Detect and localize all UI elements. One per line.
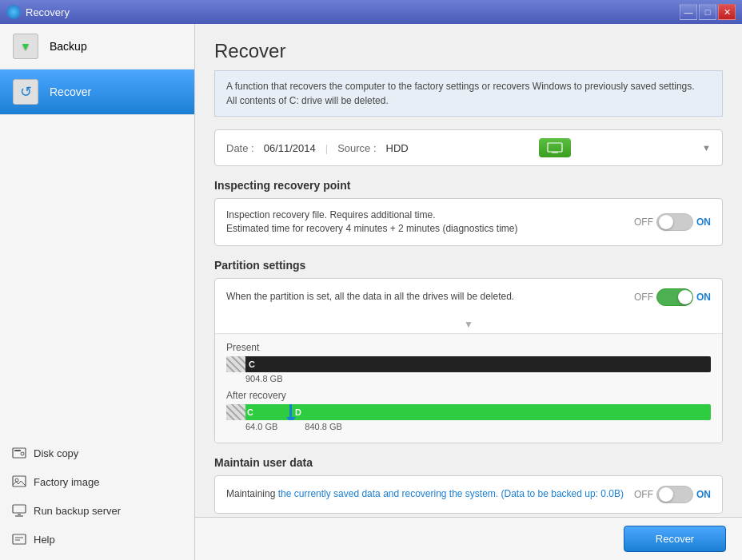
description-box: A function that recovers the computer to… bbox=[214, 70, 723, 117]
sidebar-item-recover[interactable]: ↺ Recover bbox=[0, 70, 194, 115]
help-label: Help bbox=[34, 534, 55, 546]
maintain-toggle-group: OFF ON bbox=[634, 486, 711, 503]
content-area[interactable]: Recover A function that recovers the com… bbox=[195, 24, 742, 517]
inspecting-toggle[interactable] bbox=[656, 213, 693, 231]
sidebar: Backup ↺ Recover Disk copy bbox=[0, 24, 195, 560]
sidebar-bottom: Disk copy Factory image bbox=[0, 432, 194, 560]
partition-divider bbox=[289, 404, 292, 420]
sidebar-backup-label: Backup bbox=[50, 40, 87, 53]
maintain-on-label: ON bbox=[696, 489, 711, 500]
maximize-button[interactable]: □ bbox=[699, 4, 716, 20]
partition-text: When the partition is set, all the data … bbox=[226, 290, 624, 304]
run-backup-server-icon bbox=[11, 502, 27, 518]
app-icon bbox=[6, 5, 21, 19]
recovery-card-header[interactable]: Date : 06/11/2014 | Source : HDD ▼ bbox=[215, 130, 722, 165]
sidebar-item-factory-image[interactable]: Factory image bbox=[0, 467, 194, 496]
inspecting-section: Inspecting recovery point Inspection rec… bbox=[214, 179, 723, 246]
main-content: Recover A function that recovers the com… bbox=[195, 24, 742, 560]
maintain-section: Maintain user data Maintaining the curre… bbox=[214, 456, 723, 514]
partition-expand-row[interactable]: ▼ bbox=[215, 316, 722, 333]
title-bar: Recovery — □ ✕ bbox=[0, 0, 742, 24]
maintain-card: Maintaining the currently saved data and… bbox=[214, 475, 723, 514]
recovery-point-card[interactable]: Date : 06/11/2014 | Source : HDD ▼ bbox=[214, 129, 723, 166]
sidebar-item-run-backup-server[interactable]: Run backup server bbox=[0, 496, 194, 525]
recover-icon-container: ↺ bbox=[13, 79, 38, 105]
disk-copy-icon bbox=[11, 445, 27, 461]
svg-rect-1 bbox=[14, 450, 21, 451]
monitor-icon bbox=[547, 142, 563, 153]
present-hatch bbox=[226, 356, 245, 372]
page-title: Recover bbox=[214, 40, 723, 62]
svg-rect-5 bbox=[13, 505, 26, 513]
backup-icon-wrap bbox=[11, 32, 40, 61]
present-label: Present bbox=[226, 342, 711, 353]
close-button[interactable]: ✕ bbox=[718, 4, 736, 20]
recover-button[interactable]: Recover bbox=[624, 526, 726, 552]
after-d-label: D bbox=[295, 407, 301, 417]
partition-chevron-icon: ▼ bbox=[464, 319, 473, 330]
minimize-button[interactable]: — bbox=[680, 4, 697, 20]
present-c-label: C bbox=[249, 359, 255, 369]
window-title: Recovery bbox=[26, 6, 70, 18]
maintain-off-label: OFF bbox=[634, 489, 653, 500]
maintain-title: Maintain user data bbox=[214, 456, 723, 469]
sidebar-item-disk-copy[interactable]: Disk copy bbox=[0, 439, 194, 467]
svg-rect-11 bbox=[548, 143, 562, 152]
after-recovery-label: After recovery bbox=[226, 390, 711, 401]
run-backup-server-label: Run backup server bbox=[34, 505, 121, 517]
view-button[interactable] bbox=[539, 138, 571, 157]
inspecting-title: Inspecting recovery point bbox=[214, 179, 723, 192]
maintain-toggle-knob bbox=[659, 487, 673, 502]
sidebar-item-backup[interactable]: Backup bbox=[0, 24, 194, 70]
maintain-text: Maintaining the currently saved data and… bbox=[226, 487, 624, 501]
present-c-block: C bbox=[245, 356, 711, 372]
inspecting-toggle-group: OFF ON bbox=[634, 213, 711, 231]
after-size-row: 64.0 GB 840.8 GB bbox=[226, 422, 711, 431]
app-body: Backup ↺ Recover Disk copy bbox=[0, 24, 742, 560]
maintain-toggle[interactable] bbox=[656, 486, 693, 503]
partition-toggle[interactable] bbox=[656, 288, 693, 306]
inspecting-on-label: ON bbox=[696, 216, 711, 228]
partition-toggle-knob bbox=[678, 290, 692, 304]
after-c-size: 64.0 GB bbox=[245, 422, 277, 431]
present-size-row: 904.8 GB bbox=[226, 374, 711, 383]
present-bar: C bbox=[226, 356, 711, 372]
inspecting-text: Inspection recovery file. Requires addit… bbox=[226, 209, 624, 236]
date-value: 06/11/2014 bbox=[264, 142, 316, 154]
partition-section: Partition settings When the partition is… bbox=[214, 259, 723, 443]
partition-card: When the partition is set, all the data … bbox=[214, 278, 723, 443]
window-controls[interactable]: — □ ✕ bbox=[680, 4, 736, 20]
inspecting-line2: Estimated time for recovery 4 minutes + … bbox=[226, 222, 624, 236]
partition-row: When the partition is set, all the data … bbox=[215, 279, 722, 316]
factory-image-label: Factory image bbox=[34, 476, 99, 488]
sidebar-recover-label: Recover bbox=[50, 85, 91, 98]
partition-divider-arrow bbox=[286, 417, 296, 420]
sidebar-item-help[interactable]: Help bbox=[0, 525, 194, 554]
after-recovery-bar: C D bbox=[226, 404, 711, 420]
date-label: Date : bbox=[226, 142, 254, 154]
inspecting-card: Inspection recovery file. Requires addit… bbox=[214, 198, 723, 246]
recover-icon: ↺ bbox=[13, 79, 38, 105]
inspecting-off-label: OFF bbox=[634, 216, 653, 228]
inspecting-line1: Inspection recovery file. Requires addit… bbox=[226, 209, 624, 222]
after-c-label: C bbox=[247, 407, 253, 417]
svg-rect-3 bbox=[13, 476, 26, 487]
partition-off-label: OFF bbox=[634, 292, 653, 303]
after-c-block: C bbox=[245, 404, 289, 420]
help-icon bbox=[11, 531, 27, 547]
after-d-block: D bbox=[292, 404, 711, 420]
title-bar-left: Recovery bbox=[6, 5, 70, 19]
svg-point-4 bbox=[15, 479, 18, 482]
disk-copy-label: Disk copy bbox=[34, 447, 78, 459]
after-d-size: 840.8 GB bbox=[305, 422, 341, 431]
present-c-size: 904.8 GB bbox=[245, 374, 282, 383]
partition-on-label: ON bbox=[696, 292, 711, 303]
maintain-row: Maintaining the currently saved data and… bbox=[215, 476, 722, 513]
source-value: HDD bbox=[386, 142, 409, 154]
recover-icon-wrap: ↺ bbox=[11, 77, 40, 106]
inspecting-row: Inspection recovery file. Requires addit… bbox=[215, 199, 722, 245]
partition-viz: Present C 904.8 GB After recovery bbox=[215, 333, 722, 443]
svg-rect-8 bbox=[13, 534, 26, 544]
description-text: A function that recovers the computer to… bbox=[226, 81, 695, 106]
partition-toggle-group: OFF ON bbox=[634, 288, 711, 306]
